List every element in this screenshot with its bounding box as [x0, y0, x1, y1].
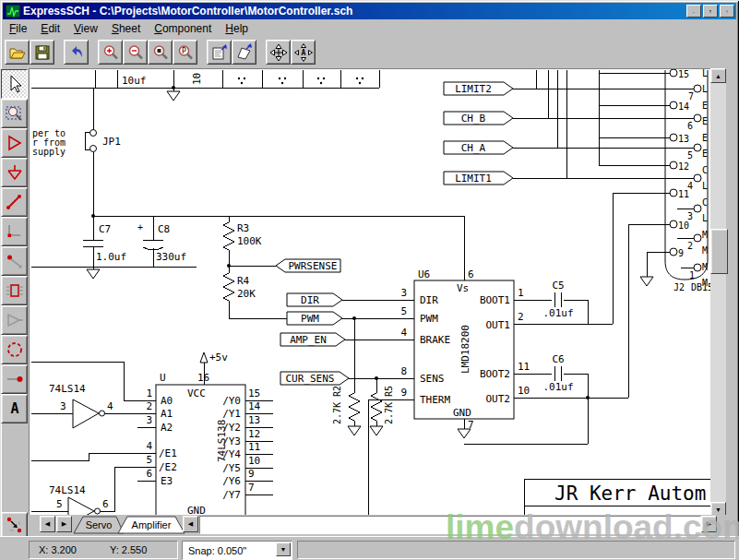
tab-scroll-left-button[interactable]: ◀	[40, 516, 55, 532]
snap-grid-icon	[4, 515, 26, 537]
pan-text-icon: A	[294, 43, 313, 62]
menu-help[interactable]: Help	[219, 20, 256, 37]
db15-ref: J2	[673, 282, 685, 292]
u138-vcc: VCC	[187, 387, 206, 399]
c5-value: .01uf	[542, 307, 573, 319]
hscroll-right-button[interactable]: ▶	[701, 516, 717, 532]
place-corner-tool-button[interactable]	[1, 217, 28, 246]
u6-part: LMD18200	[459, 325, 471, 374]
schematic-canvas[interactable]: 10uf 10 per to r from supply JP1 C7 1.0u…	[29, 68, 711, 516]
place-ground-tool-button[interactable]	[1, 158, 28, 187]
scroll-up-button[interactable]: ▲	[710, 68, 726, 83]
zoom-out-button[interactable]	[123, 40, 148, 65]
disconnect-tool-button[interactable]	[1, 246, 28, 276]
tab-servo-label[interactable]: Servo	[86, 519, 113, 530]
svg-text:M: M	[702, 245, 708, 256]
hscroll-left-button[interactable]: ◀	[183, 516, 198, 532]
zoom-previous-button[interactable]: P	[173, 40, 197, 65]
wire-segments[interactable]	[31, 70, 711, 516]
gate1-bubble	[100, 411, 105, 416]
menu-bar: File Edit View Sheet Component Help	[3, 19, 736, 37]
flag-ch-a: CH_A	[461, 142, 486, 154]
svg-text:5: 5	[400, 305, 407, 317]
svg-text:C: C	[702, 165, 708, 175]
place-port-tool-button[interactable]	[1, 305, 28, 335]
svg-text:OUT2: OUT2	[486, 393, 511, 405]
u138-ref: U	[160, 372, 166, 384]
svg-text:A0: A0	[161, 395, 173, 407]
jp1-pin	[90, 146, 97, 152]
gate2-out: 6	[102, 498, 109, 510]
svg-text:2: 2	[518, 311, 524, 323]
pan-button[interactable]	[266, 40, 291, 65]
close-icon	[726, 7, 728, 16]
svg-text:A1: A1	[161, 408, 173, 420]
cursor-y: Y: 2.550	[110, 544, 147, 555]
menu-file[interactable]: File	[3, 20, 34, 37]
maximize-button[interactable]	[703, 5, 718, 18]
minimize-button[interactable]	[686, 5, 701, 18]
place-circle-tool-button[interactable]	[1, 335, 28, 364]
select-tool-button[interactable]	[1, 69, 28, 99]
tab-scroll-right-button[interactable]: ▶	[56, 516, 72, 532]
svg-text:E3: E3	[161, 475, 173, 487]
svg-text:/E2: /E2	[159, 461, 177, 473]
c5-ref: C5	[552, 280, 564, 292]
place-amplifier-tool-button[interactable]	[1, 128, 28, 158]
close-button[interactable]	[720, 5, 734, 18]
sheet-properties-button[interactable]	[207, 40, 232, 65]
note-line3: supply	[32, 147, 66, 157]
horizontal-scroll-track[interactable]	[199, 516, 701, 534]
open-folder-icon	[8, 43, 27, 62]
snap-grid-tool-button[interactable]	[1, 512, 28, 539]
svg-text:PWM: PWM	[420, 313, 438, 325]
c7-value: 1.0uf	[96, 251, 126, 263]
snap-combo[interactable]: Snap: 0.050" ▼	[182, 541, 292, 560]
svg-text:BOOT2: BOOT2	[480, 368, 510, 380]
svg-text:1: 1	[146, 387, 152, 399]
svg-text:7: 7	[688, 91, 694, 101]
r4-ref: R4	[237, 275, 250, 287]
svg-text:3: 3	[400, 287, 407, 299]
place-component-tool-button[interactable]	[1, 276, 28, 305]
svg-text:/Y7: /Y7	[222, 489, 241, 501]
open-button[interactable]	[5, 40, 30, 65]
flag-amp-en: AMP_EN	[290, 334, 327, 346]
expresssch-window: ExpressSCH - C:\Projects\MotorController…	[0, 0, 739, 560]
svg-text:9: 9	[400, 387, 407, 399]
place-wire-tool-button[interactable]	[1, 187, 28, 217]
vertical-scrollbar[interactable]: ▲ ▼	[710, 68, 726, 517]
snap-dropdown-button[interactable]: ▼	[276, 542, 291, 556]
tab-amplifier-label[interactable]: Amplifier	[132, 519, 172, 530]
edit-properties-button[interactable]	[232, 40, 256, 65]
place-junction-tool-button[interactable]	[1, 364, 28, 394]
maximize-icon	[709, 7, 711, 16]
gate2-triangle	[68, 497, 94, 516]
cap-top-value: 10uf	[122, 75, 147, 87]
u6-pin7-num: 7	[468, 419, 474, 431]
place-text-tool-button[interactable]: A	[1, 394, 28, 423]
status-bar: X: 3.200 Y: 2.550 Snap: 0.050" ▼	[0, 536, 739, 560]
svg-text:BRAKE: BRAKE	[420, 334, 450, 346]
zoom-region-tool-button[interactable]	[1, 99, 28, 128]
u138-part: 74LS138	[216, 420, 228, 462]
menu-view[interactable]: View	[67, 20, 105, 37]
menu-sheet[interactable]: Sheet	[105, 20, 148, 37]
undo-arrow-icon	[67, 43, 86, 62]
svg-text:6: 6	[146, 468, 152, 480]
vertical-scroll-thumb[interactable]	[710, 229, 728, 274]
flag-limit1: LIMIT1	[455, 173, 492, 185]
svg-text:15: 15	[678, 69, 689, 79]
save-button[interactable]	[30, 40, 54, 65]
menu-edit[interactable]: Edit	[34, 20, 67, 37]
menu-component[interactable]: Component	[148, 20, 219, 37]
zoom-selection-button[interactable]	[148, 40, 173, 65]
c6-value: .01uf	[542, 381, 573, 393]
svg-text:4: 4	[146, 440, 152, 452]
zoom-in-button[interactable]	[98, 40, 123, 65]
status-message-panel	[297, 541, 735, 559]
pan-text-button[interactable]: A	[291, 40, 316, 65]
jp1-ref: JP1	[102, 136, 121, 148]
undo-button[interactable]	[64, 40, 89, 65]
u6-pin6-num: 6	[468, 268, 474, 280]
